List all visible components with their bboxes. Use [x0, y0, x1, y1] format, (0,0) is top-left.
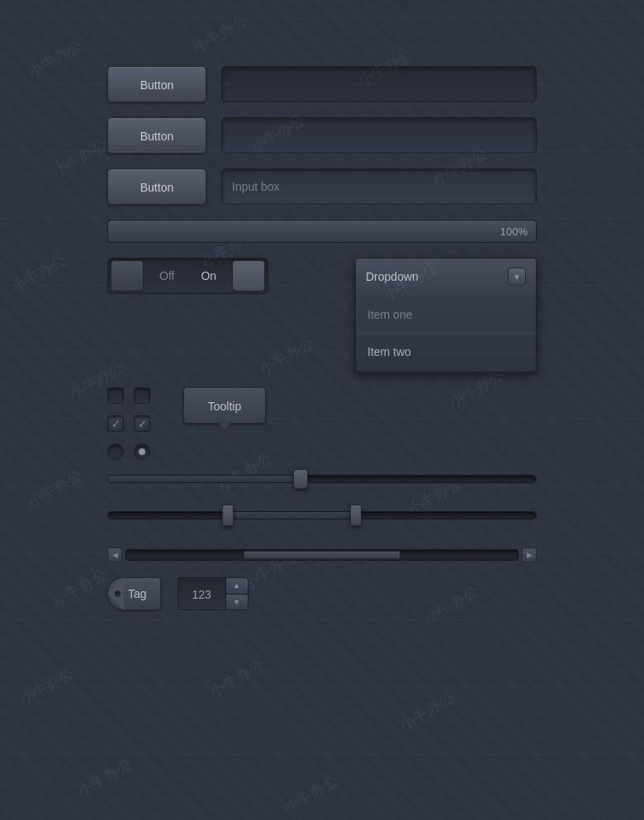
toggle-on-label[interactable]: On — [187, 258, 230, 293]
row-2: Button — [107, 117, 537, 154]
slider-range-track[interactable] — [107, 511, 537, 519]
bottom-row: Tag 123 ▲ ▼ — [107, 577, 537, 610]
tooltip-pointer — [218, 423, 231, 429]
toggle-dropdown-row: Off On Dropdown ▼ Item one Item two — [107, 258, 537, 372]
progress-bar-fill — [108, 220, 536, 242]
tag-element: Tag — [107, 577, 161, 610]
checkbox-3[interactable] — [107, 415, 124, 432]
toggle-switch[interactable]: Off On — [107, 258, 268, 294]
scroll-track[interactable] — [125, 549, 519, 561]
tooltip-button[interactable]: Tooltip — [183, 387, 266, 424]
slider-range-row — [107, 498, 537, 533]
tag-label: Tag — [128, 587, 147, 600]
dropdown-label: Dropdown — [366, 270, 419, 283]
dropdown-item-2[interactable]: Item two — [356, 337, 536, 367]
button-2[interactable]: Button — [107, 117, 206, 154]
toggle-on-handle — [233, 261, 264, 291]
row-3: Button — [107, 168, 537, 205]
toggle-off-label[interactable]: Off — [146, 258, 187, 293]
input-2[interactable] — [221, 117, 537, 154]
scroll-left-arrow[interactable]: ◀ — [107, 547, 122, 562]
toggle-off-handle — [111, 261, 143, 291]
scroll-thumb[interactable] — [244, 551, 400, 559]
progress-bar-container: 100% — [107, 220, 537, 243]
stepper-buttons: ▲ ▼ — [226, 578, 248, 609]
dropdown-item-1[interactable]: Item one — [356, 300, 536, 329]
stepper-down-button[interactable]: ▼ — [226, 595, 248, 610]
checkbox-row-2 — [107, 415, 150, 432]
radio-1[interactable] — [107, 443, 124, 460]
checkbox-4[interactable] — [134, 415, 150, 432]
scrollbar-row: ◀ ▶ — [107, 547, 537, 562]
progress-label: 100% — [500, 225, 528, 238]
number-stepper: 123 ▲ ▼ — [178, 577, 249, 610]
scroll-right-arrow[interactable]: ▶ — [522, 547, 537, 562]
checkbox-1[interactable] — [107, 387, 124, 404]
row-1: Button — [107, 66, 537, 102]
stepper-up-button[interactable]: ▲ — [226, 578, 248, 595]
checkbox-row-1 — [107, 387, 150, 404]
input-1[interactable] — [221, 66, 537, 102]
controls-row: Tooltip — [107, 387, 537, 460]
dropdown-divider — [356, 333, 536, 334]
dropdown-header[interactable]: Dropdown ▼ — [356, 258, 536, 295]
slider-single-track[interactable] — [107, 475, 537, 483]
checkbox-group — [107, 387, 150, 460]
ui-kit-container: Button Button Button 100% Off On Dropdow… — [107, 66, 537, 610]
button-3[interactable]: Button — [107, 168, 206, 205]
slider-range-thumb-right[interactable] — [350, 505, 362, 526]
slider-single-thumb[interactable] — [293, 469, 308, 489]
radio-row — [107, 443, 150, 460]
button-1[interactable]: Button — [107, 66, 206, 102]
dropdown-items: Item one Item two — [356, 295, 536, 372]
stepper-value: 123 — [178, 578, 226, 609]
dropdown-arrow-icon[interactable]: ▼ — [508, 268, 526, 286]
progress-row: 100% — [107, 220, 537, 243]
input-3[interactable] — [221, 168, 537, 205]
checkbox-2[interactable] — [134, 387, 150, 404]
tooltip-wrapper: Tooltip — [183, 387, 266, 429]
slider-single-fill — [108, 476, 301, 482]
slider-range-fill — [228, 512, 356, 519]
slider-single-row — [107, 475, 537, 483]
slider-range-thumb-left[interactable] — [222, 505, 234, 526]
radio-2[interactable] — [134, 443, 150, 460]
dropdown: Dropdown ▼ Item one Item two — [355, 258, 537, 372]
